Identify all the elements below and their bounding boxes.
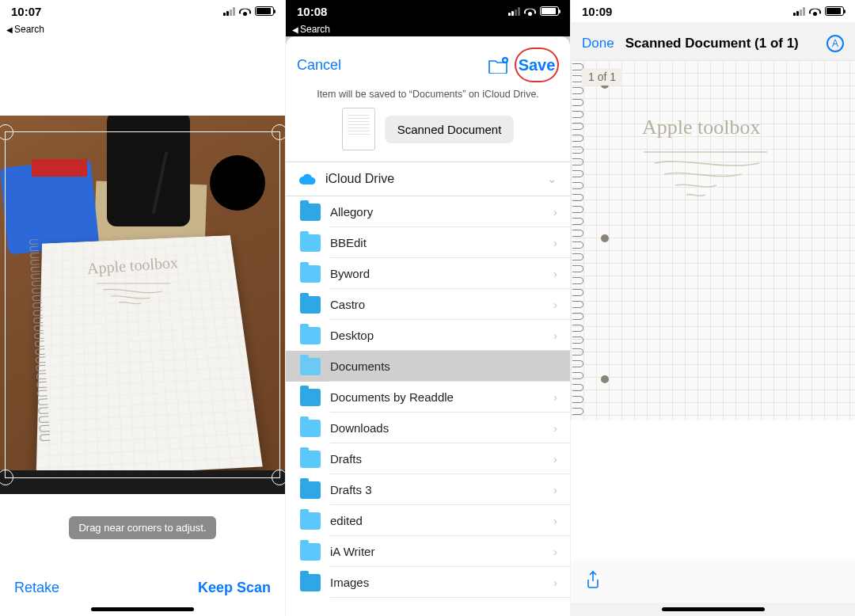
folder-name: Documents by Readdle bbox=[330, 390, 542, 404]
folder-row[interactable]: Desktop› bbox=[286, 320, 570, 351]
folder-icon bbox=[300, 234, 321, 252]
scan-preview[interactable]: Apple toolbox bbox=[0, 116, 285, 494]
folder-row[interactable]: Drafts 3› bbox=[286, 474, 570, 505]
folder-icon bbox=[300, 265, 321, 283]
folder-icon bbox=[300, 481, 321, 499]
folder-icon bbox=[300, 543, 321, 561]
battery-icon bbox=[255, 6, 274, 16]
folder-row[interactable]: Documents› bbox=[286, 351, 570, 382]
folder-name: Documents bbox=[330, 359, 542, 373]
folder-name: Drafts bbox=[330, 452, 542, 466]
chevron-right-icon: › bbox=[553, 329, 557, 342]
folder-row[interactable]: Documents by Readdle› bbox=[286, 382, 570, 413]
home-indicator[interactable] bbox=[91, 607, 194, 611]
folder-icon bbox=[300, 327, 321, 344]
folder-name: Byword bbox=[330, 267, 542, 280]
document-name-field[interactable]: Scanned Document bbox=[385, 116, 515, 143]
folder-icon bbox=[300, 389, 321, 406]
folder-name: Castro bbox=[330, 298, 542, 311]
icloud-drive-row[interactable]: iCloud Drive ⌄ bbox=[286, 162, 570, 196]
crop-handle-br[interactable] bbox=[272, 470, 285, 485]
folder-row[interactable]: iA Writer› bbox=[286, 536, 570, 567]
back-label: Search bbox=[14, 24, 44, 35]
folder-list: Allegory›BBEdit›Byword›Castro›Desktop›Do… bbox=[286, 196, 570, 598]
folder-icon bbox=[300, 420, 321, 437]
save-button[interactable]: Save bbox=[519, 56, 556, 74]
folder-row[interactable]: Drafts› bbox=[286, 443, 570, 474]
folder-name: iA Writer bbox=[330, 545, 542, 558]
document-title: Scanned Document (1 of 1) bbox=[625, 36, 815, 51]
folder-icon bbox=[300, 574, 321, 591]
document-header: Done Scanned Document (1 of 1) A bbox=[571, 22, 855, 60]
done-button[interactable]: Done bbox=[582, 36, 614, 51]
crop-handle-tl[interactable] bbox=[0, 124, 13, 140]
chevron-right-icon: › bbox=[553, 390, 557, 404]
status-bar: 10:09 bbox=[571, 0, 855, 22]
cancel-button[interactable]: Cancel bbox=[297, 57, 341, 74]
status-time: 10:09 bbox=[582, 5, 612, 18]
home-indicator[interactable] bbox=[662, 607, 765, 611]
chevron-right-icon: › bbox=[553, 514, 557, 527]
page-indicator: 1 of 1 bbox=[582, 68, 622, 86]
handwriting-text: Apple toolbox bbox=[642, 116, 761, 139]
chevron-right-icon: › bbox=[553, 452, 557, 466]
folder-row[interactable]: Downloads› bbox=[286, 413, 570, 443]
cloud-icon bbox=[298, 173, 316, 185]
folder-name: Drafts 3 bbox=[330, 483, 542, 496]
scribble-icon bbox=[640, 146, 775, 209]
share-icon[interactable] bbox=[585, 570, 601, 592]
chevron-right-icon: › bbox=[553, 236, 557, 249]
save-button-highlight: Save bbox=[515, 48, 559, 82]
chevron-right-icon: › bbox=[553, 267, 557, 280]
document-thumbnail bbox=[342, 108, 375, 150]
folder-row[interactable]: Allegory› bbox=[286, 196, 570, 227]
status-bar: 10:07 bbox=[0, 0, 285, 22]
crop-rect[interactable] bbox=[5, 131, 280, 478]
back-to-search[interactable]: ◀ Search bbox=[286, 22, 570, 36]
folder-icon bbox=[300, 512, 321, 530]
status-time: 10:07 bbox=[11, 5, 41, 18]
keep-scan-button[interactable]: Keep Scan bbox=[198, 580, 271, 596]
folder-icon bbox=[300, 296, 321, 314]
folder-name: Desktop bbox=[330, 329, 542, 342]
folder-name: edited bbox=[330, 514, 542, 527]
drive-label: iCloud Drive bbox=[325, 172, 538, 186]
markup-icon[interactable]: A bbox=[826, 35, 844, 52]
back-label: Search bbox=[300, 24, 330, 35]
folder-icon bbox=[300, 203, 321, 221]
bottom-toolbar bbox=[571, 560, 855, 603]
back-caret-icon: ◀ bbox=[292, 25, 298, 34]
battery-icon bbox=[540, 6, 559, 16]
folder-row[interactable]: BBEdit› bbox=[286, 227, 570, 258]
wifi-icon bbox=[809, 6, 821, 16]
new-folder-icon[interactable] bbox=[488, 56, 508, 74]
wifi-icon bbox=[524, 6, 536, 16]
folder-name: Downloads bbox=[330, 421, 542, 435]
chevron-right-icon: › bbox=[553, 483, 557, 496]
document-view[interactable]: 1 of 1 Apple toolbox bbox=[571, 60, 855, 603]
folder-icon bbox=[300, 358, 321, 375]
save-location-text: Item will be saved to “Documents” on iCl… bbox=[286, 87, 570, 108]
battery-icon bbox=[825, 6, 844, 16]
wifi-icon bbox=[239, 6, 251, 16]
retake-button[interactable]: Retake bbox=[14, 580, 59, 596]
adjust-hint: Drag near corners to adjust. bbox=[69, 516, 215, 539]
spiral-binding bbox=[571, 63, 588, 416]
back-caret-icon: ◀ bbox=[6, 25, 13, 34]
signal-icon bbox=[508, 7, 520, 16]
chevron-right-icon: › bbox=[553, 576, 557, 589]
folder-icon bbox=[300, 451, 321, 468]
folder-row[interactable]: Images› bbox=[286, 567, 570, 598]
folder-row[interactable]: Castro› bbox=[286, 289, 570, 320]
folder-row[interactable]: Byword› bbox=[286, 258, 570, 289]
chevron-right-icon: › bbox=[553, 359, 557, 373]
chevron-right-icon: › bbox=[553, 421, 557, 435]
folder-row[interactable]: edited› bbox=[286, 505, 570, 536]
status-time: 10:08 bbox=[297, 5, 327, 18]
crop-handle-tr[interactable] bbox=[272, 124, 285, 140]
folder-name: Images bbox=[330, 576, 542, 589]
folder-name: BBEdit bbox=[330, 236, 542, 249]
back-to-search[interactable]: ◀ Search bbox=[0, 22, 285, 36]
chevron-right-icon: › bbox=[553, 205, 557, 219]
signal-icon bbox=[223, 7, 235, 16]
